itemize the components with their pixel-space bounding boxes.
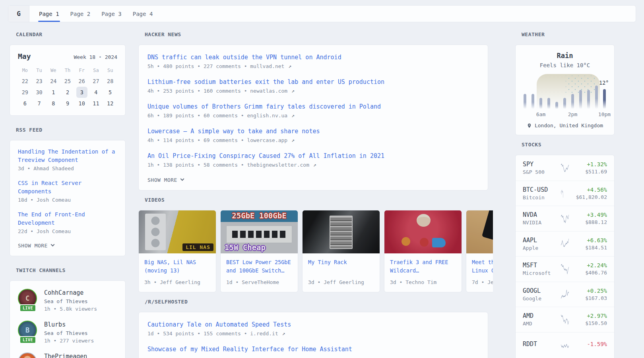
weather-bar — [531, 94, 534, 109]
video-thumbnail[interactable] — [303, 210, 380, 253]
stock-row[interactable]: BTC-USDBitcoin +4.56%$61,820.02 — [516, 181, 614, 206]
stock-row[interactable]: GOOGLGoogle +0.25%$167.03 — [516, 282, 614, 307]
stock-change: +3.49% — [569, 212, 607, 218]
video-card[interactable]: Traefik 3 and FREE Wildcard… 3d • Techno… — [384, 210, 462, 292]
thumbnail-art — [417, 214, 431, 227]
stock-row[interactable]: RDDT -1.59% — [516, 332, 614, 358]
news-item-link[interactable]: Unique volumes of Brothers Grimm fairy t… — [147, 102, 479, 111]
news-item-link[interactable]: Lowercase – A simple way to take and sha… — [147, 127, 479, 136]
news-meta-text: 6h • 189 points • 60 comments • english.… — [147, 113, 287, 119]
stocks-widget: STOCKS SPYS&P 500 +1.32%$511.69 BTC-USDB… — [515, 142, 615, 358]
stock-sparkline — [561, 313, 569, 325]
video-thumbnail[interactable]: 25GbE 100GbE 15W Cheap — [221, 210, 298, 253]
calendar-day: 8 — [46, 98, 60, 109]
rss-heading: RSS FEED — [16, 127, 126, 133]
weekday-label: Sa — [89, 68, 103, 73]
rss-show-more-button[interactable]: SHOW MORE — [18, 242, 54, 249]
video-card[interactable]: My Tiny Rack 3d • Jeff Geerling — [302, 210, 380, 292]
stock-change: +1.32% — [569, 161, 607, 167]
twitch-channel-info: Blurbs Sea of Thieves 1h • 277 viewers — [44, 321, 94, 344]
show-more-label: SHOW MORE — [147, 177, 177, 183]
calendar-widget: CALENDAR May Week 18 • 2024 MoTuWeThFrSa… — [10, 31, 126, 116]
stock-name: S&P 500 — [523, 169, 561, 175]
video-card[interactable]: LIL NAS Big NAS, Lil NAS (moving 13) 3h … — [138, 210, 216, 292]
thumbnail-art — [226, 226, 292, 243]
calendar-week-year: Week 18 • 2024 — [74, 54, 117, 60]
stock-row[interactable]: SPYS&P 500 +1.32%$511.69 — [516, 155, 614, 181]
rss-item-link[interactable]: Handling The Indentation of a Treeview C… — [18, 148, 117, 164]
selfhosted-card: Cautionary Tale on Automated Speed Tests… — [138, 312, 488, 358]
news-item-link[interactable]: Showcase of my Mixed Reality Interface f… — [147, 345, 479, 354]
app-logo[interactable]: G — [8, 6, 29, 22]
news-meta-text: 4h • 114 points • 69 comments • lowercas… — [147, 137, 287, 143]
video-title-line: Meet the ne — [472, 258, 493, 267]
calendar-day: 9 — [60, 98, 75, 109]
news-item-meta: 5h • 480 points • 227 comments • mullvad… — [147, 63, 479, 69]
top-nav: G Page 1 Page 2 Page 3 Page 4 — [8, 5, 636, 22]
twitch-game-link[interactable]: Sea of Thieves — [44, 330, 94, 336]
news-item-link[interactable]: Lithium-free sodium batteries exit the l… — [147, 78, 479, 86]
tab-page-1[interactable]: Page 1 — [33, 6, 65, 22]
stock-symbol: MSFT — [523, 262, 561, 269]
twitch-channel-link[interactable]: CohhCarnage — [44, 289, 97, 297]
calendar-day: 10 — [75, 98, 89, 109]
rss-widget: RSS FEED Handling The Indentation of a T… — [10, 127, 126, 256]
twitch-viewers: 1h • 5.8k viewers — [44, 306, 97, 312]
video-title-link[interactable]: BEST Low Power 25GbE and 100GbE Switch… — [226, 258, 292, 275]
dot-separator: • — [99, 54, 102, 60]
video-info: Traefik 3 and FREE Wildcard… 3d • Techno… — [384, 253, 462, 285]
live-badge: LIVE — [19, 336, 36, 344]
news-item-link[interactable]: An Oil Price-Fixing Conspiracy Caused 27… — [147, 152, 479, 160]
stock-sparkline — [561, 263, 569, 275]
weather-bar — [571, 94, 574, 109]
rss-item-link[interactable]: CSS in React Server Components — [18, 179, 117, 196]
video-title-link[interactable]: Traefik 3 and FREE Wildcard… — [390, 258, 456, 275]
weather-bar — [547, 98, 550, 109]
stock-symbol: RDDT — [523, 340, 561, 348]
calendar-card: May Week 18 • 2024 MoTuWeThFrSaSu 222324… — [10, 45, 126, 116]
chevron-down-icon — [180, 177, 184, 181]
thumbnail-art — [432, 238, 446, 247]
video-title-link[interactable]: My Tiny Rack — [308, 258, 374, 275]
weather-heading: WEATHER — [522, 31, 615, 38]
twitch-channel-link[interactable]: ThePrimeagen — [44, 352, 87, 358]
rss-item: Handling The Indentation of a Treeview C… — [18, 148, 117, 171]
news-item: DNS traffic can leak outside the VPN tun… — [147, 53, 479, 69]
calendar-day: 11 — [89, 98, 103, 109]
weekday-label: Su — [103, 68, 117, 73]
stock-price: $406.76 — [569, 270, 607, 276]
weather-bar — [539, 98, 542, 109]
video-thumbnail[interactable]: FAS — [466, 210, 493, 253]
stock-row[interactable]: AAPLApple +6.63%$184.51 — [516, 231, 614, 257]
rss-item-meta: 18d • Josh Comeau — [18, 197, 117, 203]
calendar-day: 24 — [46, 76, 60, 87]
stock-row[interactable]: MSFTMicrosoft +2.24%$406.76 — [516, 256, 614, 282]
stock-change: -1.59% — [569, 341, 607, 347]
stock-name: NVIDIA — [523, 220, 561, 226]
video-title-link[interactable]: Big NAS, Lil NAS (moving 13) — [144, 258, 210, 275]
tab-page-4[interactable]: Page 4 — [127, 6, 159, 22]
video-card[interactable]: FAS Meet the ne Linux Clus 7d • Jeff G — [466, 210, 493, 292]
twitch-channel-link[interactable]: Blurbs — [44, 321, 94, 329]
stock-price: $150.50 — [569, 320, 607, 326]
twitch-game-link[interactable]: Sea of Thieves — [44, 298, 97, 304]
video-title-link[interactable]: Meet the ne Linux Clus — [472, 258, 493, 275]
news-item: An Oil Price-Fixing Conspiracy Caused 27… — [147, 152, 479, 168]
live-badge: LIVE — [19, 304, 36, 312]
video-thumbnail[interactable] — [384, 210, 462, 253]
news-item-link[interactable]: Cautionary Tale on Automated Speed Tests — [147, 320, 479, 329]
video-card[interactable]: 25GbE 100GbE 15W Cheap BEST Low Power 25… — [220, 210, 298, 292]
news-item-link[interactable]: DNS traffic can leak outside the VPN tun… — [147, 53, 479, 62]
stock-row[interactable]: AMDAMD +2.97%$150.50 — [516, 307, 614, 332]
tab-page-3[interactable]: Page 3 — [96, 6, 127, 22]
hacker-news-show-more-button[interactable]: SHOW MORE — [147, 176, 184, 184]
rss-item-link[interactable]: The End of Front-End Development — [18, 210, 117, 227]
calendar-day: 30 — [32, 87, 47, 98]
stock-row[interactable]: NVDANVIDIA +3.49%$888.12 — [516, 206, 614, 231]
stock-symbol: SPY — [523, 161, 561, 168]
external-link-icon: ↗ — [288, 63, 291, 69]
daylight-region — [537, 74, 600, 109]
tab-page-2[interactable]: Page 2 — [65, 6, 96, 22]
stock-change: +2.24% — [569, 262, 607, 268]
video-thumbnail[interactable]: LIL NAS — [139, 210, 216, 253]
